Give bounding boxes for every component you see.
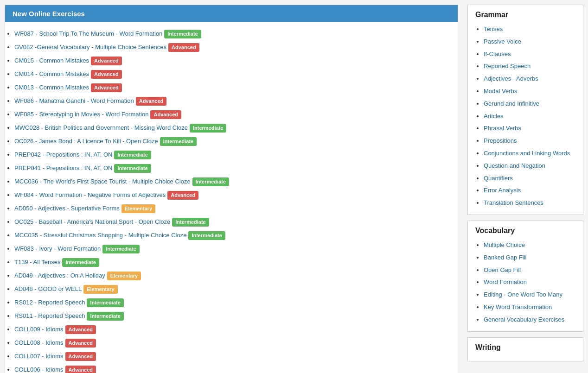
sidebar-item: Multiple Choice: [484, 239, 575, 251]
sidebar-link[interactable]: Question and Negation: [484, 162, 545, 169]
sidebar-link[interactable]: Tenses: [484, 25, 503, 32]
exercise-link[interactable]: COLL009 - Idioms: [14, 326, 64, 333]
sidebar-link[interactable]: Translation Sentences: [484, 199, 543, 206]
sidebar-link[interactable]: Prepositions: [484, 137, 517, 144]
level-badge: Intermediate: [114, 151, 151, 159]
exercise-link[interactable]: WF084 - Word Formation - Negative Forms …: [14, 191, 166, 198]
exercise-link[interactable]: COLL008 - Idioms: [14, 339, 64, 346]
sidebar-link[interactable]: Conjunctions and Linking Words: [484, 150, 570, 157]
list-item: RS012 - Reported SpeechIntermediate: [14, 296, 448, 309]
list-item: OC025 - Baseball - America's National Sp…: [14, 215, 448, 228]
level-badge: Intermediate: [102, 245, 139, 253]
level-badge: Intermediate: [172, 218, 209, 227]
sidebar-link[interactable]: Multiple Choice: [484, 241, 525, 248]
sidebar-item: Translation Sentences: [484, 196, 575, 209]
list-item: PREP041 - Prepositions : IN, AT, ONInter…: [14, 161, 448, 175]
sidebar-link[interactable]: Reported Speech: [484, 63, 530, 70]
writing-section: Writing: [467, 337, 583, 361]
exercise-link[interactable]: RS011 - Reported Speech: [14, 312, 85, 319]
sidebar-link[interactable]: Gerund and Infinitive: [484, 100, 539, 107]
level-badge: Advanced: [91, 57, 122, 65]
exercise-link[interactable]: CM014 - Common Mistakes: [14, 70, 89, 77]
list-item: MCC036 - The World's First Space Tourist…: [14, 175, 448, 188]
sidebar-link[interactable]: Key Word Transformation: [484, 303, 552, 310]
exercises-header: New Online Exercises: [5, 5, 458, 22]
grammar-section: Grammar TensesPassive VoiceIf-ClausesRep…: [467, 5, 583, 215]
sidebar-item: Prepositions: [484, 134, 575, 147]
level-badge: Advanced: [91, 83, 122, 92]
sidebar-item: Gerund and Infinitive: [484, 97, 575, 110]
exercise-link[interactable]: PREP042 - Prepositions : IN, AT, ON: [14, 151, 112, 158]
list-item: GV082 -General Vocabulary - Multiple Cho…: [14, 40, 448, 54]
list-item: AD050 - Adjectives - Superlative FormsEl…: [14, 202, 448, 215]
exercise-link[interactable]: MWC028 - British Politics and Government…: [14, 124, 188, 131]
exercise-link[interactable]: OC025 - Baseball - America's National Sp…: [14, 218, 170, 225]
list-item: T139 - All TensesIntermediate: [14, 255, 448, 269]
exercise-link[interactable]: WF085 - Stereotyping in Movies - Word Fo…: [14, 111, 148, 118]
exercise-link[interactable]: COLL007 - Idioms: [14, 353, 64, 360]
exercise-link[interactable]: GV082 -General Vocabulary - Multiple Cho…: [14, 44, 166, 51]
level-badge: Advanced: [168, 43, 199, 52]
sidebar-link[interactable]: Banked Gap Fill: [484, 254, 527, 261]
sidebar-item: Editing - One Word Too Many: [484, 288, 575, 301]
exercise-link[interactable]: AD050 - Adjectives - Superlative Forms: [14, 205, 120, 212]
sidebar-link[interactable]: Phrasal Verbs: [484, 125, 521, 132]
exercise-link[interactable]: CM015 - Common Mistakes: [14, 57, 89, 64]
sidebar-item: Question and Negation: [484, 159, 575, 172]
exercise-link[interactable]: CM013 - Common Mistakes: [14, 84, 89, 91]
level-badge: Intermediate: [62, 258, 99, 267]
exercise-link[interactable]: RS012 - Reported Speech: [14, 299, 85, 306]
level-badge: Advanced: [65, 339, 96, 348]
sidebar-link[interactable]: Modal Verbs: [484, 88, 517, 95]
sidebar-link[interactable]: Articles: [484, 113, 504, 120]
exercise-link[interactable]: PREP041 - Prepositions : IN, AT, ON: [14, 164, 112, 171]
exercises-list: WF087 - School Trip To The Museum - Word…: [5, 22, 458, 373]
exercise-link[interactable]: AD048 - GOOD or WELL: [14, 285, 82, 292]
exercise-link[interactable]: MCC036 - The World's First Space Tourist…: [14, 178, 191, 185]
list-item: COLL006 - IdiomsAdvanced: [14, 363, 448, 373]
sidebar-link[interactable]: Open Gap Fill: [484, 266, 521, 273]
list-item: MWC028 - British Politics and Government…: [14, 121, 448, 134]
sidebar-link[interactable]: Adjectives - Adverbs: [484, 75, 538, 82]
list-item: COLL008 - IdiomsAdvanced: [14, 336, 448, 349]
grammar-list: TensesPassive VoiceIf-ClausesReported Sp…: [475, 23, 575, 209]
sidebar-link[interactable]: Error Analysis: [484, 187, 521, 194]
vocabulary-section: Vocabulary Multiple ChoiceBanked Gap Fil…: [467, 221, 583, 332]
main-content: New Online Exercises WF087 - School Trip…: [5, 5, 458, 373]
list-item: WF085 - Stereotyping in Movies - Word Fo…: [14, 107, 448, 121]
sidebar-item: Passive Voice: [484, 35, 575, 48]
exercise-link[interactable]: T139 - All Tenses: [14, 259, 60, 266]
level-badge: Intermediate: [192, 177, 229, 186]
exercise-link[interactable]: MCC035 - Stressful Christmas Shopping - …: [14, 232, 186, 239]
sidebar-item: Word Formation: [484, 276, 575, 288]
list-item: COLL009 - IdiomsAdvanced: [14, 322, 448, 336]
list-item: AD048 - GOOD or WELLElementary: [14, 282, 448, 296]
level-badge: Advanced: [65, 325, 96, 334]
sidebar-link[interactable]: Quantifiers: [484, 175, 513, 182]
exercise-link[interactable]: WF087 - School Trip To The Museum - Word…: [14, 30, 162, 37]
level-badge: Intermediate: [188, 231, 225, 240]
level-badge: Advanced: [91, 70, 122, 79]
exercise-link[interactable]: AD049 - Adjectives : On A Holiday: [14, 272, 105, 279]
sidebar-item: Quantifiers: [484, 172, 575, 184]
sidebar-link[interactable]: Passive Voice: [484, 38, 521, 45]
level-badge: Intermediate: [87, 312, 123, 321]
sidebar-item: Key Word Transformation: [484, 301, 575, 313]
exercises-box: New Online Exercises WF087 - School Trip…: [5, 5, 458, 373]
list-item: COLL007 - IdiomsAdvanced: [14, 349, 448, 363]
sidebar-link[interactable]: If-Clauses: [484, 51, 511, 57]
exercise-link[interactable]: COLL006 - Idioms: [14, 366, 64, 373]
exercise-link[interactable]: OC026 - James Bond : A Licence To Kill -…: [14, 138, 158, 145]
exercise-link[interactable]: WF083 - Ivory - Word Formation: [14, 245, 101, 252]
sidebar-link[interactable]: General Vocabulary Exercises: [484, 316, 564, 323]
list-item: WF087 - School Trip To The Museum - Word…: [14, 27, 448, 40]
level-badge: Elementary: [121, 204, 155, 213]
sidebar-item: Conjunctions and Linking Words: [484, 147, 575, 159]
writing-title: Writing: [475, 343, 575, 352]
sidebar-link[interactable]: Editing - One Word Too Many: [484, 291, 562, 298]
vocabulary-title: Vocabulary: [475, 227, 575, 235]
exercise-link[interactable]: WF086 - Mahatma Gandhi - Word Formation: [14, 97, 134, 104]
list-item: CM014 - Common MistakesAdvanced: [14, 67, 448, 81]
level-badge: Intermediate: [114, 164, 151, 173]
sidebar-link[interactable]: Word Formation: [484, 278, 527, 285]
